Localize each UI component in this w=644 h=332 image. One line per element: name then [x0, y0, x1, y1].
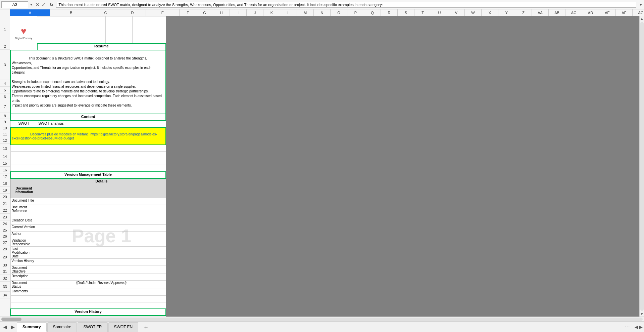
row-num-27[interactable]: 27	[0, 239, 10, 246]
row-num-31[interactable]: 31	[0, 268, 10, 275]
doc-status-value[interactable]: {Draft / Under Review / Approved}	[37, 280, 166, 289]
row-num-11[interactable]: 11	[0, 131, 10, 137]
col-header-q[interactable]: Q	[364, 9, 381, 16]
add-sheet-button[interactable]: ＋	[140, 323, 152, 331]
col-header-ad[interactable]: AD	[582, 9, 599, 16]
confirm-formula-icon[interactable]: ✓	[42, 2, 46, 7]
row-num-21[interactable]: 21	[0, 200, 10, 207]
col-header-v[interactable]: V	[448, 9, 465, 16]
scroll-track-vertical[interactable]	[640, 22, 644, 311]
col-header-e[interactable]: E	[146, 9, 180, 16]
row-num-20[interactable]: 20	[0, 194, 10, 200]
sheet-scroll-left[interactable]: ◀	[635, 324, 638, 330]
row-num-16[interactable]: 16	[0, 167, 10, 173]
col-header-z[interactable]: Z	[515, 9, 532, 16]
tab-swot_fr[interactable]: SWOT FR	[78, 322, 107, 332]
cell-ref-dropdown[interactable]: ▼	[30, 3, 33, 6]
row-num-12[interactable]: 12	[0, 137, 10, 144]
formula-expand-icon[interactable]: ▼	[639, 3, 643, 7]
row-num-9[interactable]: 9	[0, 119, 10, 125]
row-num-8[interactable]: 8	[0, 113, 10, 119]
col-header-o[interactable]: O	[331, 9, 347, 16]
row-num-19[interactable]: 19	[0, 187, 10, 194]
col-header-s[interactable]: S	[398, 9, 414, 16]
col-header-i[interactable]: I	[230, 9, 247, 16]
col-header-g[interactable]: G	[196, 9, 213, 16]
col-header-j[interactable]: J	[247, 9, 263, 16]
version-history-value[interactable]	[37, 258, 166, 265]
col-header-ab[interactable]: AB	[549, 9, 565, 16]
creation-date-value[interactable]	[37, 218, 166, 224]
row-num-18[interactable]: 18	[0, 180, 10, 187]
col-header-n[interactable]: N	[314, 9, 331, 16]
sheet-scroll-right[interactable]: ▶	[639, 324, 643, 330]
row-num-5[interactable]: 5	[0, 87, 10, 93]
row-num-33[interactable]: 33	[0, 282, 10, 292]
grid-container[interactable]: ♥ Digital Factory	[10, 16, 639, 317]
tab-nav-next[interactable]: ▶	[9, 324, 17, 330]
col-header-a[interactable]: A	[10, 9, 50, 16]
row-num-30[interactable]: 30	[0, 262, 10, 268]
row-num-2[interactable]: 2	[0, 43, 10, 50]
cell-ref-box[interactable]	[1, 1, 28, 8]
last-mod-value[interactable]	[37, 246, 166, 258]
tab-swot_en[interactable]: SWOT EN	[108, 322, 139, 332]
current-version-value[interactable]	[37, 224, 166, 231]
row-num-15[interactable]: 15	[0, 160, 10, 167]
row-num-32[interactable]: 32	[0, 275, 10, 282]
tab-options-button[interactable]: ⋯	[623, 324, 632, 330]
col-header-k[interactable]: K	[263, 9, 280, 16]
row-num-17[interactable]: 17	[0, 173, 10, 180]
col-header-w[interactable]: W	[465, 9, 482, 16]
row-num-14[interactable]: 14	[0, 153, 10, 160]
col-header-t[interactable]: T	[414, 9, 431, 16]
col-header-b[interactable]: B	[50, 9, 92, 16]
col-header-y[interactable]: Y	[498, 9, 515, 16]
tab-nav-prev[interactable]: ◀	[1, 324, 9, 330]
col-header-h[interactable]: H	[213, 9, 230, 16]
row-num-13[interactable]: 13	[0, 144, 10, 153]
row-num-7[interactable]: 7	[0, 100, 10, 113]
col-header-r[interactable]: R	[381, 9, 398, 16]
description-value[interactable]	[37, 274, 166, 280]
col-header-f[interactable]: F	[180, 9, 196, 16]
row-num-22[interactable]: 22	[0, 207, 10, 214]
tab-summary[interactable]: Summary	[17, 322, 47, 332]
comments-value[interactable]	[37, 289, 166, 295]
col-header-c[interactable]: C	[92, 9, 119, 16]
row-num-4[interactable]: 4	[0, 80, 10, 87]
col-header-u[interactable]: U	[431, 9, 448, 16]
right-scrollbar[interactable]: ▲ ▼	[639, 16, 644, 317]
row-num-1[interactable]: 1	[0, 16, 10, 43]
row-num-3[interactable]: 3	[0, 50, 10, 80]
row-num-25[interactable]: 25	[0, 227, 10, 233]
col-header-ae[interactable]: AE	[599, 9, 616, 16]
discover-link[interactable]: Découvrez plus de modèles en visitant : …	[12, 132, 157, 140]
row-num-34[interactable]: 34	[0, 292, 10, 298]
doc-ref-value[interactable]: Page 1	[37, 205, 166, 218]
doc-objective-value[interactable]	[37, 265, 166, 274]
col-header-l[interactable]: L	[280, 9, 297, 16]
col-header-ag[interactable]: AG	[633, 9, 644, 16]
row-num-29[interactable]: 29	[0, 252, 10, 262]
tab-sommaire[interactable]: Sommaire	[47, 322, 77, 332]
row-num-23[interactable]: 23	[0, 214, 10, 220]
row-num-24[interactable]: 24	[0, 220, 10, 227]
col-header-x[interactable]: X	[482, 9, 498, 16]
col-header-ac[interactable]: AC	[565, 9, 582, 16]
scrollbar-thumb[interactable]	[1, 318, 21, 321]
author-value[interactable]	[37, 231, 166, 238]
scroll-down-icon[interactable]: ▼	[640, 312, 644, 317]
row-num-10[interactable]: 10	[0, 125, 10, 131]
scroll-up-icon[interactable]: ▲	[640, 16, 644, 21]
formula-input[interactable]	[56, 2, 636, 8]
col-header-aa[interactable]: AA	[532, 9, 549, 16]
doc-title-value[interactable]	[37, 198, 166, 205]
scrollbar-track[interactable]	[1, 318, 643, 321]
discover-link-cell[interactable]: Découvrez plus de modèles en visitant : …	[10, 127, 166, 145]
row-num-6[interactable]: 6	[0, 93, 10, 100]
col-header-af[interactable]: AF	[616, 9, 633, 16]
col-header-p[interactable]: P	[347, 9, 364, 16]
row-num-26[interactable]: 26	[0, 233, 10, 239]
row-num-28[interactable]: 28	[0, 246, 10, 252]
